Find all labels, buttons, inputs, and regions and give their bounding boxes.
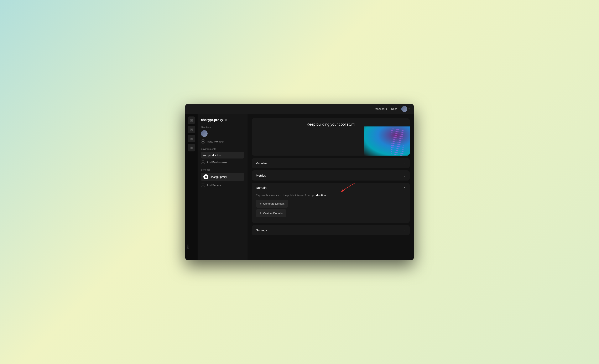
service-badge: N: [203, 174, 208, 179]
left-panel: ▣ ▣ ▣ ▣ roject: [185, 114, 198, 260]
env-icon: ▬: [203, 153, 206, 157]
accordion-header-variable[interactable]: Variable ⌄: [252, 158, 410, 168]
env-name: production: [208, 154, 221, 157]
generate-domain-plus-icon: +: [260, 202, 261, 205]
accordion-variable: Variable ⌄: [252, 158, 410, 168]
add-environment-row[interactable]: + Add Environment: [201, 159, 244, 165]
environments-section: Environments ▬ production + Add Environm…: [201, 148, 244, 165]
custom-domain-label: Custom Domain: [263, 212, 282, 215]
add-env-icon: +: [201, 160, 205, 164]
domain-title: Domain: [256, 186, 267, 189]
hero-lines: [391, 129, 404, 156]
domain-body: Expose this service to the public intern…: [252, 193, 410, 223]
left-icon-1: ▣: [190, 119, 193, 122]
project-title: chatgpt-proxy ⚙: [201, 118, 244, 122]
members-label: Members: [201, 126, 244, 129]
invite-member-row[interactable]: + Invite Member: [201, 139, 244, 144]
settings-title: Settings: [256, 228, 267, 232]
left-icon-btn-3[interactable]: ▣: [188, 135, 195, 142]
metrics-title: Metrics: [256, 174, 266, 177]
hero-text: Keep building your cool stuff!: [307, 122, 355, 127]
main-layout: ▣ ▣ ▣ ▣ roject chatgpt-proxy ⚙: [185, 114, 414, 260]
user-chevron-icon: ▾: [408, 107, 410, 110]
member-avatar[interactable]: [201, 130, 208, 137]
variable-chevron-icon: ⌄: [403, 162, 405, 165]
accordion-metrics: Metrics ⌄: [252, 170, 410, 181]
service-name: chatgpt-proxy: [211, 175, 227, 178]
add-env-label: Add Environment: [207, 161, 228, 164]
project-label-bottom: roject: [187, 244, 189, 250]
domain-chevron-icon: ∧: [404, 186, 405, 189]
add-service-icon: +: [201, 183, 205, 187]
left-icon-3: ▣: [190, 137, 193, 140]
domain-section: Domain ∧ Expose this service to the publ…: [252, 183, 410, 223]
add-service-row[interactable]: + Add Service: [201, 182, 244, 188]
top-bar: Dashboard Docs ▾: [185, 104, 414, 114]
accordion-header-settings[interactable]: Settings ⌄: [252, 225, 410, 235]
project-name: chatgpt-proxy: [201, 118, 223, 122]
env-item-production[interactable]: ▬ production: [201, 152, 244, 159]
service-item-chatgpt-proxy[interactable]: N chatgpt-proxy: [201, 173, 244, 181]
left-icon-btn-4[interactable]: ▣: [188, 144, 195, 151]
accordion-header-metrics[interactable]: Metrics ⌄: [252, 170, 410, 181]
generate-domain-button[interactable]: + Generate Domain: [256, 200, 288, 208]
avatar-img: [401, 106, 407, 112]
invite-icon: +: [201, 139, 205, 143]
custom-domain-plus-icon: +: [260, 211, 261, 215]
app-window: Dashboard Docs ▾ ▣ ▣ ▣ ▣: [185, 104, 414, 260]
environments-label: Environments: [201, 148, 244, 150]
sidebar: chatgpt-proxy ⚙ Members + Invite Member …: [198, 114, 247, 260]
left-icon-4: ▣: [190, 146, 193, 149]
variable-title: Variable: [256, 161, 267, 165]
hero-card: Keep building your cool stuff!: [252, 118, 410, 156]
left-icon-2: ▣: [190, 128, 193, 131]
dashboard-link[interactable]: Dashboard: [374, 107, 387, 110]
avatar[interactable]: [401, 106, 407, 112]
add-service-label: Add Service: [207, 184, 221, 187]
user-menu[interactable]: ▾: [401, 106, 410, 112]
accordion-settings: Settings ⌄: [252, 225, 410, 235]
domain-header[interactable]: Domain ∧: [252, 183, 410, 193]
docs-link[interactable]: Docs: [391, 107, 397, 110]
left-icon-btn-2[interactable]: ▣: [188, 126, 195, 133]
domain-env-highlight: production: [312, 194, 326, 197]
services-section: Services N chatgpt-proxy + Add Service: [201, 169, 244, 188]
invite-label: Invite Member: [207, 140, 224, 143]
project-label-text: roject: [187, 244, 189, 249]
metrics-chevron-icon: ⌄: [403, 174, 405, 177]
domain-desc: Expose this service to the public intern…: [256, 194, 405, 197]
top-bar-nav: Dashboard Docs ▾: [374, 106, 410, 112]
generate-domain-label: Generate Domain: [263, 202, 284, 205]
settings-chevron-icon: ⌄: [403, 229, 405, 232]
services-label: Services: [201, 169, 244, 171]
custom-domain-button[interactable]: + Custom Domain: [256, 209, 286, 217]
main-content: Keep building your cool stuff! Variable …: [247, 114, 414, 260]
settings-icon[interactable]: ⚙: [225, 118, 228, 122]
members-section: Members + Invite Member: [201, 126, 244, 144]
left-icon-btn-1[interactable]: ▣: [188, 116, 195, 124]
